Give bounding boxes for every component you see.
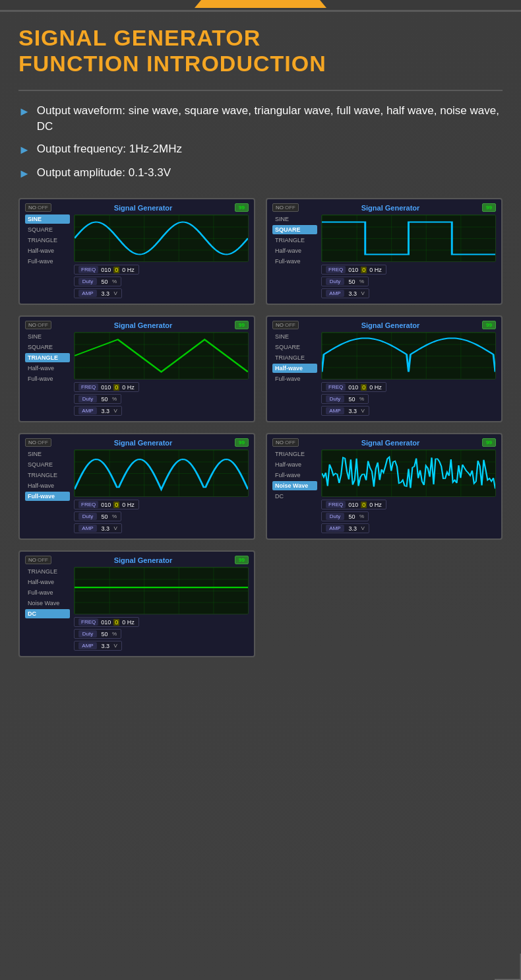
wave-menu-item-noise-wave[interactable]: Noise Wave [25,599,70,608]
wave-menu-item-full-wave[interactable]: Full-wave [272,374,317,383]
duty-value: 50 [100,513,109,520]
wave-menu-item-triangle[interactable]: TRIANGLE [25,567,70,576]
screen-square: NO OFF Signal Generator 99 SINESQUARETRI… [266,198,503,305]
screen-noise: NO OFF Signal Generator 99 TRIANGLEHalf-… [266,433,503,540]
battery-badge: 99 [235,203,249,212]
wave-menu-item-sine[interactable]: SINE [272,214,317,224]
wave-menu-item-half-wave[interactable]: Half-wave [272,246,317,255]
duty-value: 50 [347,513,357,520]
freq-value: 010 [348,384,358,391]
duty-label: Duty [326,278,344,285]
wave-menu-item-full-wave[interactable]: Full-wave [272,257,317,266]
battery-badge: 99 [235,556,249,564]
duty-unit: % [112,513,117,519]
freq-cursor: 0 [113,502,119,508]
corner-decoration [495,954,521,980]
freq-box: FREQ 01000 Hz [321,500,386,509]
wave-menu-item-sine[interactable]: SINE [25,214,70,224]
wave-menu-item-full-wave[interactable]: Full-wave [25,257,70,266]
wave-menu-item-dc[interactable]: DC [272,492,317,501]
wave-menu-item-triangle[interactable]: TRIANGLE [272,353,317,362]
amp-label: AMP [78,642,97,649]
wave-menu-item-full-wave[interactable]: Full-wave [25,374,70,383]
freq-box: FREQ 01000 Hz [321,265,386,275]
wave-menu-item-half-wave[interactable]: Half-wave [25,577,70,587]
freq-cursor: 0 [361,384,367,391]
wave-menu-item-half-wave[interactable]: Half-wave [25,364,70,373]
main-title: SIGNAL GENERATOR FUNCTION INTRODUCTION [18,25,503,77]
wave-menu-item-square[interactable]: SQUARE [25,225,70,234]
wave-menu-item-square[interactable]: SQUARE [272,225,317,234]
freq-value: 010 [101,502,111,508]
wave-menu-item-noise-wave[interactable]: Noise Wave [272,481,317,490]
duty-unit: % [359,513,364,519]
wave-canvas-dc [74,567,249,614]
no-off-badge: NO OFF [25,438,51,447]
duty-unit: % [112,396,117,402]
duty-value: 50 [100,396,109,403]
wave-menu-item-triangle[interactable]: TRIANGLE [25,236,70,245]
duty-label: Duty [326,395,344,403]
wave-canvas-sine [74,214,249,262]
freq-box: FREQ 01000 Hz [74,500,139,509]
wave-menu-item-sine[interactable]: SINE [272,332,317,341]
battery-badge: 99 [482,438,496,447]
screen-triangle: NO OFF Signal Generator 99 SINESQUARETRI… [18,315,255,422]
screen-dc: NO OFF Signal Generator 99 TRIANGLEHalf-… [18,550,255,657]
no-off-badge: NO OFF [25,321,51,329]
amp-value: 3.3 [100,290,111,297]
wave-menu-item-full-wave[interactable]: Full-wave [25,492,70,501]
freq-label: FREQ [326,266,346,273]
screen-title: Signal Generator [299,321,482,329]
duty-box: Duty 50 % [74,394,121,404]
wave-menu-item-triangle[interactable]: TRIANGLE [25,353,70,362]
wave-menu-item-half-wave[interactable]: Half-wave [272,364,317,373]
freq-value: 010 [348,502,358,508]
feature-item-3: ► Output amplitude: 0.1-3.3V [18,165,503,182]
wave-menu-item-half-wave[interactable]: Half-wave [272,460,317,469]
amp-unit: V [361,408,365,414]
wave-menu-item-square[interactable]: SQUARE [272,343,317,352]
amp-value: 3.3 [100,525,111,532]
battery-badge: 99 [482,203,496,212]
duty-box: Duty 50 % [74,277,121,286]
freq-cursor: 0 [113,384,119,391]
screen-title: Signal Generator [299,439,482,447]
freq-label: FREQ [326,383,346,391]
freq-value: 010 [348,267,358,273]
wave-menu-item-triangle[interactable]: TRIANGLE [25,471,70,480]
duty-box: Duty 50 % [321,277,369,286]
no-off-badge: NO OFF [25,203,51,212]
wave-menu-item-full-wave[interactable]: Full-wave [272,471,317,480]
amp-unit: V [114,408,117,414]
wave-menu-item-half-wave[interactable]: Half-wave [25,481,70,490]
amp-unit: V [114,643,117,649]
duty-label: Duty [78,630,97,637]
wave-canvas-triangle [74,332,249,379]
wave-menu-item-full-wave[interactable]: Full-wave [25,588,70,597]
amp-value: 3.3 [347,525,359,532]
screen-title: Signal Generator [51,204,235,212]
wave-menu-item-triangle[interactable]: TRIANGLE [272,449,317,459]
duty-box: Duty 50 % [74,629,121,639]
amp-box: AMP 3.3 V [74,641,122,651]
freq-value: 010 [101,384,111,391]
wave-menu-item-sine[interactable]: SINE [25,449,70,459]
duty-value: 50 [347,278,357,285]
wave-menu-item-square[interactable]: SQUARE [25,460,70,469]
amp-label: AMP [78,407,97,414]
amp-box: AMP 3.3 V [321,406,369,416]
wave-menu-item-triangle[interactable]: TRIANGLE [272,236,317,245]
screen-title: Signal Generator [299,204,482,212]
wave-menu-item-half-wave[interactable]: Half-wave [25,246,70,255]
no-off-badge: NO OFF [272,321,299,329]
freq-label: FREQ [78,618,98,626]
freq-label: FREQ [326,501,346,508]
freq-box: FREQ 01000 Hz [74,382,139,392]
amp-unit: V [114,290,117,296]
page-wrapper: SIGNAL GENERATOR FUNCTION INTRODUCTION ►… [0,0,521,980]
wave-menu-item-sine[interactable]: SINE [25,332,70,341]
no-off-badge: NO OFF [272,203,299,212]
wave-menu-item-dc[interactable]: DC [25,609,70,618]
wave-menu-item-square[interactable]: SQUARE [25,343,70,352]
